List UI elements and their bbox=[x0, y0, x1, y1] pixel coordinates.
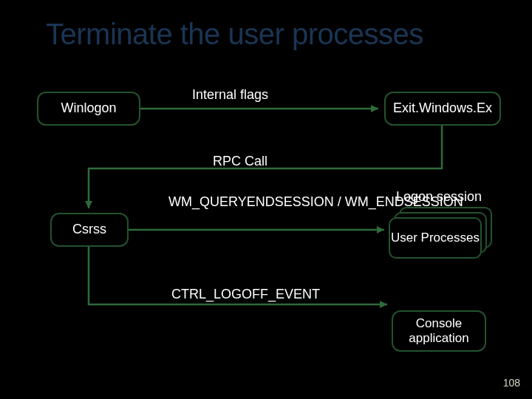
page-number: 108 bbox=[503, 377, 520, 389]
svg-marker-5 bbox=[380, 301, 387, 308]
node-winlogon: Winlogon bbox=[37, 92, 140, 126]
node-user-processes-stack: User Processes bbox=[389, 207, 492, 259]
slide-title: Terminate the user processes bbox=[46, 18, 423, 51]
edge-label-rpc-call: RPC Call bbox=[213, 154, 267, 169]
svg-marker-4 bbox=[377, 226, 384, 233]
node-csrss: Csrss bbox=[50, 213, 129, 247]
node-exitwindowsex: Exit.Windows.Ex bbox=[384, 92, 501, 126]
stack-layer-front: User Processes bbox=[389, 217, 482, 259]
svg-marker-2 bbox=[85, 201, 92, 208]
edge-label-internal-flags: Internal flags bbox=[192, 87, 268, 103]
node-console-application: Console application bbox=[392, 310, 486, 352]
svg-marker-1 bbox=[371, 105, 378, 112]
label-logon-session: Logon session bbox=[396, 189, 482, 205]
edge-label-ctrl-logoff: CTRL_LOGOFF_EVENT bbox=[171, 287, 320, 302]
